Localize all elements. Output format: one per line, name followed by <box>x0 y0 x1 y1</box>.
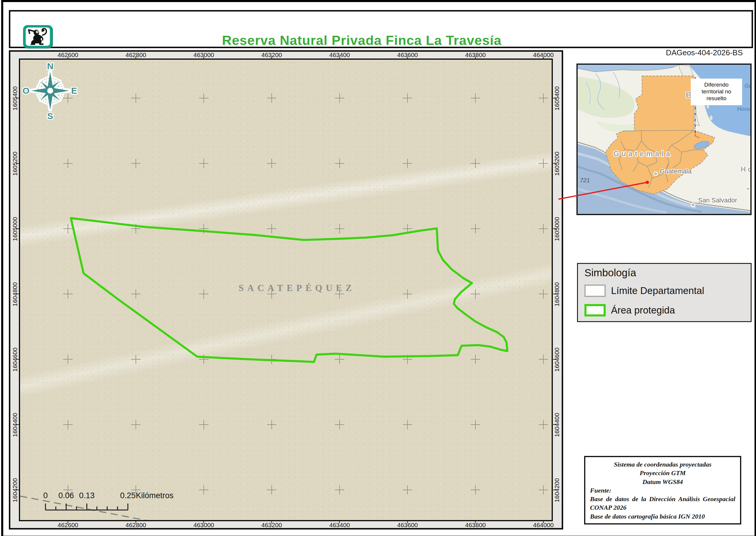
projection-line: Proyección GTM <box>590 469 735 477</box>
coordinate-system-info-box: Sistema de coordenadas proyectadas Proye… <box>584 456 741 524</box>
frame-tick <box>475 57 476 60</box>
y-tick-label-left: 1605400 <box>12 81 18 116</box>
y-tick-label-left: 1605000 <box>12 211 18 247</box>
page-title: Reserva Natural Privada Finca La Travesí… <box>19 33 704 48</box>
y-tick-label-right: 1604400 <box>553 407 560 443</box>
y-tick-label-left: 1604800 <box>12 277 18 312</box>
y-tick-label-right: 1604800 <box>553 277 560 312</box>
legend: Simbología Límite Departamental Área pro… <box>577 263 752 322</box>
frame-tick <box>407 520 408 523</box>
inset-note-line3: resuelto <box>707 95 726 101</box>
datum-line: Datum WGS84 <box>590 478 735 486</box>
frame-tick <box>136 57 136 60</box>
frame-tick <box>543 520 544 523</box>
y-tick-label-right: 1605000 <box>553 211 560 247</box>
legend-swatch-protected-area <box>584 304 606 317</box>
inset-sheet-number: 721 <box>580 177 590 184</box>
frame-tick <box>16 228 19 229</box>
source-line-1: Base de datos de la Dirección Análisis G… <box>590 495 735 512</box>
frame-tick <box>16 163 19 164</box>
compass-s: S <box>47 111 53 121</box>
frame-tick <box>543 57 544 60</box>
inset-country-label: Guatemala <box>614 150 673 158</box>
frame-tick <box>68 520 68 523</box>
frame-tick <box>553 294 556 294</box>
map-frame: N S O E SACATEPÉQUEZ 0 0.06 0.13 0.25 Ki… <box>9 50 563 529</box>
inset-guatemala-city-dot <box>654 172 658 176</box>
scalebar-label-013: 0.13 <box>79 491 95 500</box>
crs-line: Sistema de coordenadas proyectadas <box>590 460 735 469</box>
inset-note-line2: territorial no <box>702 88 731 94</box>
frame-tick <box>204 520 204 523</box>
y-tick-label-left: 1604400 <box>12 407 18 443</box>
y-tick-label-right: 1605200 <box>553 146 560 182</box>
y-tick-label-right: 1604200 <box>553 473 560 508</box>
source-line-2: Base de datos cartografía básica IGN 201… <box>590 512 735 520</box>
y-tick-label-right: 1605400 <box>553 81 560 116</box>
inset-sea-label-fragment-2: Hond <box>737 106 750 112</box>
department-name-label: SACATEPÉQUEZ <box>238 283 342 293</box>
inset-note-line1: Diferendo <box>704 82 729 88</box>
y-tick-label-right: 1604600 <box>553 342 560 377</box>
frame-tick <box>68 57 68 60</box>
compass-rose-icon: N S O E <box>20 60 83 125</box>
header-bar: CONAP Reserva Natural Privada Finca La T… <box>9 10 753 48</box>
y-tick-label-left: 1604200 <box>12 473 18 508</box>
inset-city-label: Guatemala <box>660 168 692 175</box>
frame-tick <box>16 294 19 294</box>
inset-drawing: Gu Hond B Diferendo territorial no resue… <box>578 65 750 214</box>
frame-tick <box>553 424 556 425</box>
frame-tick <box>553 228 556 229</box>
frame-tick <box>204 57 204 60</box>
inset-honduras-label-fragment: H o <box>740 165 750 173</box>
inset-site-marker-dot <box>646 181 649 184</box>
scalebar-unit-label: Kilómetros <box>136 491 173 500</box>
compass-o: O <box>22 86 29 95</box>
legend-label-protected-area: Área protegida <box>611 305 675 316</box>
frame-tick <box>16 424 19 425</box>
frame-tick <box>553 489 556 490</box>
y-tick-label-left: 1605200 <box>12 146 18 182</box>
frame-tick <box>16 359 19 360</box>
frame-tick <box>339 520 340 523</box>
frame-tick <box>271 520 272 523</box>
legend-label-departmental: Límite Departamental <box>611 285 704 296</box>
frame-tick <box>553 163 556 164</box>
inset-city-dot-right <box>746 187 750 190</box>
frame-tick <box>407 57 408 60</box>
graticule-crosses <box>63 93 548 495</box>
map-canvas: N S O E SACATEPÉQUEZ 0 0.06 0.13 0.25 Ki… <box>19 58 553 521</box>
scalebar-label-0: 0 <box>43 491 47 500</box>
legend-swatch-departmental <box>584 285 606 297</box>
locator-inset-map: Gu Hond B Diferendo territorial no resue… <box>577 63 752 215</box>
scalebar-label-006: 0.06 <box>58 491 74 500</box>
inset-sea-label-fragment-1: Gu <box>744 83 750 89</box>
inset-san-salvador-dot <box>691 203 695 207</box>
frame-tick <box>339 57 340 60</box>
scalebar <box>46 504 128 510</box>
inset-san-salvador-label: San Salvador <box>698 196 737 204</box>
compass-e: E <box>71 86 77 95</box>
frame-tick <box>553 359 556 360</box>
y-tick-label-left: 1604600 <box>12 342 18 377</box>
frame-tick <box>136 520 136 523</box>
frame-tick <box>16 489 19 490</box>
document-code: DAGeos-404-2026-BS <box>666 48 743 57</box>
compass-n: N <box>47 61 53 71</box>
frame-tick <box>553 98 556 98</box>
frame-tick <box>16 98 19 98</box>
legend-title: Simbología <box>584 267 636 279</box>
fuente-label: Fuente: <box>590 486 735 495</box>
scalebar-label-025: 0.25 <box>120 491 136 500</box>
frame-tick <box>271 57 272 60</box>
frame-tick <box>475 520 476 523</box>
